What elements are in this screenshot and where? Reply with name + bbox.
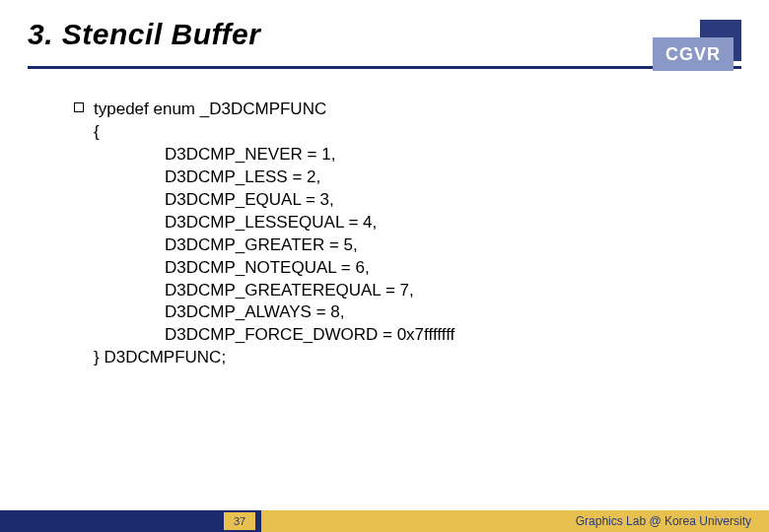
enum-member: D3DCMP_LESS = 2, (94, 166, 769, 189)
enum-member: D3DCMP_EQUAL = 3, (94, 189, 769, 212)
footer-label: Graphics Lab @ Korea University (576, 514, 751, 528)
enum-member: D3DCMP_GREATEREQUAL = 7, (94, 280, 769, 302)
brace-open: { (94, 121, 769, 144)
logo-front-bar: CGVR (653, 37, 734, 71)
footer-left: 37 (0, 510, 261, 532)
bullet-item: typedef enum _D3DCMPFUNC { D3DCMP_NEVER … (94, 99, 769, 369)
enum-member: D3DCMP_LESSEQUAL = 4, (94, 212, 769, 234)
enum-member: D3DCMP_ALWAYS = 8, (94, 301, 769, 324)
enum-declaration: typedef enum _D3DCMPFUNC (94, 99, 769, 121)
enum-member: D3DCMP_FORCE_DWORD = 0x7fffffff (94, 324, 769, 347)
brace-close: } D3DCMPFUNC; (94, 347, 769, 369)
enum-member: D3DCMP_GREATER = 5, (94, 234, 769, 257)
logo: CGVR (653, 20, 741, 71)
footer: 37 Graphics Lab @ Korea University (0, 510, 769, 532)
content-area: typedef enum _D3DCMPFUNC { D3DCMP_NEVER … (0, 77, 769, 369)
enum-member: D3DCMP_NEVER = 1, (94, 144, 769, 166)
page-number: 37 (224, 512, 255, 530)
slide: 3. Stencil Buffer CGVR typedef enum _D3D… (0, 0, 769, 532)
footer-right: Graphics Lab @ Korea University (261, 510, 769, 532)
enum-member: D3DCMP_NOTEQUAL = 6, (94, 257, 769, 280)
title-underline (28, 66, 741, 69)
logo-text: CGVR (665, 44, 721, 65)
square-bullet-icon (74, 102, 84, 112)
title-bar: 3. Stencil Buffer CGVR (0, 0, 769, 77)
